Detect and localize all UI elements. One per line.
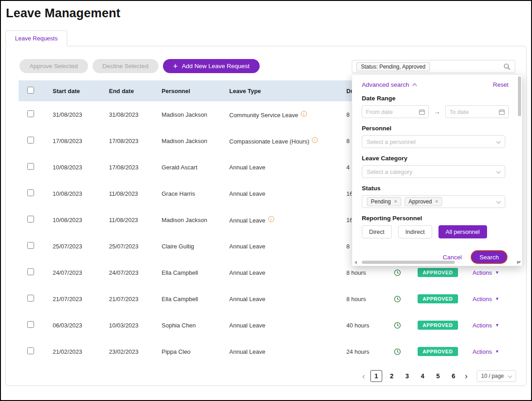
personnel-label: Personnel [362,125,513,132]
end-date-cell: 17/08/2023 [109,164,162,171]
personnel-select[interactable]: Select a personnel [362,135,505,148]
info-icon[interactable]: i [312,137,318,143]
actions-dropdown[interactable]: Actions▼ [467,296,519,302]
close-icon[interactable]: × [394,199,397,204]
plus-icon: + [173,62,178,70]
arrow-right-icon: → [434,108,440,115]
status-tag-pending: Pending × [367,197,401,206]
clock-icon [392,322,412,329]
reset-link[interactable]: Reset [493,81,508,88]
status-tag-approved: Approved × [404,197,442,206]
add-leave-request-label: Add New Leave Request [182,63,249,69]
leave-type-cell: Annual Leave [229,322,346,329]
start-date-cell: 24/07/2023 [53,269,109,276]
add-leave-request-button[interactable]: + Add New Leave Request [163,59,260,73]
personnel-cell: Sophia Chen [162,322,229,329]
pagination: ‹ 1 2 3 4 5 6 › 10 / page [6,370,516,382]
personnel-cell: Ella Campbell [162,296,229,302]
indirect-button[interactable]: Indirect [398,225,432,238]
personnel-cell: Claire Gultig [162,243,229,250]
cancel-link[interactable]: Cancel [443,254,462,261]
caret-down-icon: ▼ [495,350,499,354]
personnel-cell: Gerald Ascart [162,164,229,171]
scroll-left-arrow[interactable] [355,261,357,264]
search-input[interactable]: Status: Pending, Approved [352,60,515,73]
row-checkbox[interactable] [27,216,34,223]
leave-category-label: Leave Category [362,155,513,162]
advanced-search-panel: Advanced search Reset Date Range → Perso… [352,74,522,266]
end-date-cell: 24/07/2023 [109,269,162,276]
end-date-cell: 23/02/2023 [109,348,162,355]
pagination-page-2[interactable]: 2 [386,370,398,382]
decline-selected-button[interactable]: Decline Selected [93,59,158,73]
info-icon[interactable]: i [301,111,307,117]
leave-type-cell: Annual Leave [229,164,346,171]
row-checkbox[interactable] [27,110,34,117]
row-checkbox[interactable] [27,137,34,144]
tab-bar: Leave Requests [5,30,531,46]
to-date-field [445,105,509,118]
horizontal-scrollbar[interactable] [355,260,515,264]
end-date-cell: 17/08/2023 [109,138,162,144]
leave-type-cell: Annual Leave [229,296,346,302]
row-checkbox[interactable] [27,347,34,354]
duration-cell: 8 hours [346,269,392,276]
to-date-input[interactable] [445,105,509,118]
close-icon[interactable]: × [435,199,438,204]
all-personnel-button[interactable]: All personnel [438,225,487,238]
pagination-page-3[interactable]: 3 [401,370,413,382]
start-date-cell: 25/07/2023 [53,243,109,250]
search-icon[interactable] [503,63,511,70]
start-date-cell: 21/07/2023 [53,296,109,302]
actions-dropdown[interactable]: Actions▼ [467,348,519,355]
scroll-right-arrow[interactable] [517,261,519,264]
pagination-next[interactable]: › [461,371,471,381]
row-checkbox[interactable] [27,242,34,249]
row-checkbox[interactable] [27,189,34,196]
start-date-cell: 06/03/2023 [53,322,109,329]
pagination-page-6[interactable]: 6 [448,370,459,382]
personnel-cell: Madison Jackson [162,138,229,144]
actions-dropdown[interactable]: Actions▼ [467,322,519,329]
select-all-checkbox[interactable] [27,87,34,94]
status-badge: APPROVED [418,294,458,303]
info-icon[interactable]: i [268,216,274,222]
leave-type-cell: Annual Leave [229,190,346,197]
start-date-cell: 17/08/2023 [53,138,109,144]
approve-selected-button[interactable]: Approve Selected [20,59,88,73]
pagination-page-5[interactable]: 5 [432,370,444,382]
start-date-cell: 10/08/2023 [53,217,109,223]
advanced-search-toggle[interactable]: Advanced search [362,81,416,88]
tab-leave-requests[interactable]: Leave Requests [5,30,67,46]
direct-button[interactable]: Direct [362,225,392,238]
header-start-date: Start date [53,88,109,94]
chevron-down-icon [497,139,501,144]
pagination-page-1[interactable]: 1 [370,370,382,382]
header-end-date: End date [109,88,162,94]
status-select[interactable]: Pending × Approved × [362,195,505,208]
duration-cell: 8 hours [346,296,392,302]
start-date-cell: 31/08/2023 [53,111,109,118]
from-date-input[interactable] [362,105,429,118]
personnel-cell: Pippa Cleo [162,348,229,355]
from-date-field [362,105,429,118]
end-date-cell: 11/08/2023 [109,190,162,197]
start-date-cell: 10/08/2023 [53,164,109,171]
vertical-scrollbar-thumb[interactable] [518,76,521,116]
personnel-cell: Ella Campbell [162,269,229,276]
row-checkbox[interactable] [27,321,34,328]
vertical-scrollbar[interactable] [517,76,521,258]
leave-category-select[interactable]: Select a category [362,165,505,178]
status-badge: APPROVED [418,321,458,330]
pagination-page-4[interactable]: 4 [417,370,429,382]
row-checkbox[interactable] [27,163,34,170]
search-filter-tag[interactable]: Status: Pending, Approved [356,62,430,71]
caret-down-icon: ▼ [495,271,499,275]
actions-dropdown[interactable]: Actions▼ [467,269,519,276]
end-date-cell: 21/07/2023 [109,296,162,302]
page-size-select[interactable]: 10 / page [477,370,516,382]
row-checkbox[interactable] [27,295,34,302]
pagination-prev[interactable]: ‹ [359,371,369,381]
horizontal-scrollbar-thumb[interactable] [362,261,455,264]
row-checkbox[interactable] [27,268,34,275]
